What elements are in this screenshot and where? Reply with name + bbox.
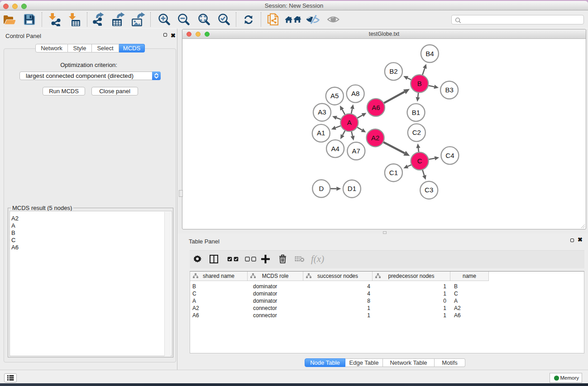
svg-text:A5: A5 — [330, 92, 339, 100]
svg-text:D1: D1 — [348, 185, 356, 192]
svg-text:D: D — [319, 185, 324, 192]
svg-text:B: B — [417, 80, 422, 87]
svg-text:A3: A3 — [318, 108, 326, 116]
svg-text:B4: B4 — [425, 50, 434, 57]
svg-text:C3: C3 — [425, 186, 433, 194]
svg-text:C2: C2 — [412, 129, 421, 136]
svg-text:C1: C1 — [389, 169, 398, 176]
svg-text:B1: B1 — [412, 109, 420, 116]
svg-text:A: A — [347, 119, 352, 126]
svg-text:A6: A6 — [372, 104, 380, 111]
svg-text:A2: A2 — [371, 134, 379, 142]
svg-text:A7: A7 — [352, 147, 360, 155]
svg-text:B3: B3 — [445, 86, 453, 94]
svg-text:C4: C4 — [445, 152, 454, 159]
svg-text:B2: B2 — [389, 67, 397, 75]
svg-text:A1: A1 — [317, 129, 325, 137]
svg-text:A4: A4 — [331, 145, 339, 152]
svg-text:A8: A8 — [351, 90, 359, 97]
svg-text:C: C — [417, 157, 422, 165]
